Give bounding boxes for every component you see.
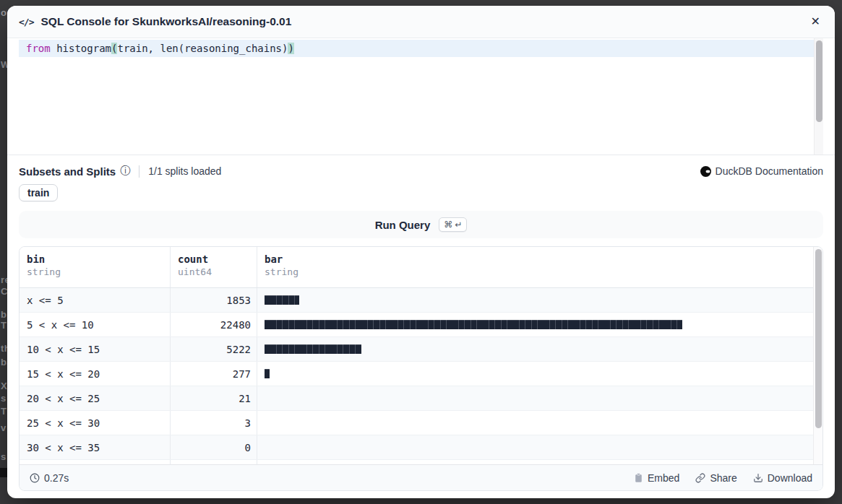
bar-cell xyxy=(257,435,822,459)
bin-cell: 5 < x <= 10 xyxy=(20,313,170,336)
table-row: 10 < x <= 15 5222 xyxy=(20,336,822,361)
table-scrollbar-thumb[interactable] xyxy=(815,249,822,428)
count-cell: 22480 xyxy=(170,313,257,336)
bin-cell: 25 < x <= 30 xyxy=(20,411,170,435)
footer-actions: Embed Share Download xyxy=(634,472,812,484)
editor-inner: from histogram(train, len(reasoning_chai… xyxy=(19,38,823,155)
results-footer: 0.27s Embed Share Download xyxy=(20,464,822,490)
cmd-key-icon: ⌘ xyxy=(444,220,452,230)
embed-button[interactable]: Embed xyxy=(634,472,679,484)
embed-label: Embed xyxy=(648,472,679,484)
clipboard-icon xyxy=(634,473,643,483)
histogram-bar xyxy=(265,369,270,378)
count-cell: 3 xyxy=(170,411,257,435)
count-cell: 277 xyxy=(170,362,257,386)
bin-cell: 10 < x <= 15 xyxy=(20,337,170,361)
share-button[interactable]: Share xyxy=(695,472,736,484)
run-query-button[interactable]: Run Query ⌘ ↵ xyxy=(19,211,823,238)
clock-icon xyxy=(30,473,40,483)
sql-args: train, len(reasoning_chains) xyxy=(117,43,288,54)
background-text-fragment: v xyxy=(1,422,7,433)
info-icon[interactable]: ⓘ xyxy=(120,165,130,178)
column-name: count xyxy=(178,253,257,265)
column-type: string xyxy=(265,266,822,277)
column-header-bin: bin string xyxy=(20,247,170,287)
modal-title: SQL Console for SkunkworksAI/reasoning-0… xyxy=(40,15,291,28)
share-label: Share xyxy=(710,472,736,484)
table-row: 5 < x <= 10 22480 xyxy=(20,312,822,336)
sql-function: histogram xyxy=(51,43,111,54)
splits-loaded-status: 1/1 splits loaded xyxy=(148,165,221,177)
column-name: bar xyxy=(265,253,822,265)
split-chip-train[interactable]: train xyxy=(19,184,58,201)
bin-cell: 20 < x <= 25 xyxy=(20,386,170,410)
query-duration: 0.27s xyxy=(30,472,69,484)
histogram-bar xyxy=(265,295,299,305)
count-cell: 21 xyxy=(170,386,257,410)
sql-keyword: from xyxy=(26,43,51,54)
query-duration-value: 0.27s xyxy=(44,472,69,484)
editor-scrollbar-thumb[interactable] xyxy=(816,40,822,122)
table-row: 20 < x <= 25 21 xyxy=(20,386,822,410)
splits-chips-row: train xyxy=(19,184,823,201)
bar-cell xyxy=(257,362,822,386)
close-icon[interactable]: ✕ xyxy=(808,13,823,30)
code-icon: </> xyxy=(19,17,33,27)
bar-cell xyxy=(257,337,822,361)
bar-cell xyxy=(257,411,822,435)
column-type: string xyxy=(27,266,170,277)
table-header-row: bin string count uint64 bar string xyxy=(20,247,822,288)
column-type: uint64 xyxy=(178,266,257,277)
divider xyxy=(139,165,139,178)
sql-code-line[interactable]: from histogram(train, len(reasoning_chai… xyxy=(19,40,815,57)
count-cell: 1853 xyxy=(170,288,257,312)
editor-scrollbar[interactable] xyxy=(814,38,823,155)
histogram-bar xyxy=(265,320,682,329)
run-query-label: Run Query xyxy=(375,219,431,231)
subsets-heading: Subsets and Splits xyxy=(19,165,116,178)
duckdb-logo-icon xyxy=(700,166,711,177)
results-table: bin string count uint64 bar string x <= … xyxy=(19,246,823,491)
download-button[interactable]: Download xyxy=(753,472,812,484)
bin-cell: 30 < x <= 35 xyxy=(20,435,170,459)
bin-cell: 15 < x <= 20 xyxy=(20,362,170,386)
table-row: 30 < x <= 35 0 xyxy=(20,435,822,459)
background-dark-strip xyxy=(0,468,7,477)
link-icon xyxy=(695,473,705,483)
sql-console-modal: </> SQL Console for SkunkworksAI/reasoni… xyxy=(7,6,835,498)
histogram-bar xyxy=(265,344,361,354)
table-body: x <= 5 1853 5 < x <= 10 22480 10 < x <= … xyxy=(20,288,822,484)
modal-header: </> SQL Console for SkunkworksAI/reasoni… xyxy=(7,6,835,38)
background-text-fragment: T xyxy=(1,406,7,417)
bin-cell: x <= 5 xyxy=(20,288,170,312)
sql-editor[interactable]: from histogram(train, len(reasoning_chai… xyxy=(7,38,835,155)
enter-key-icon: ↵ xyxy=(455,220,462,230)
count-cell: 0 xyxy=(170,435,257,459)
background-text-fragment: s xyxy=(1,393,7,404)
keyboard-shortcut-badge: ⌘ ↵ xyxy=(439,217,467,232)
table-row: 25 < x <= 30 3 xyxy=(20,410,822,435)
subsets-row: Subsets and Splits ⓘ 1/1 splits loaded D… xyxy=(19,165,823,178)
bar-cell xyxy=(257,386,822,410)
table-row: x <= 5 1853 xyxy=(20,288,822,312)
column-name: bin xyxy=(27,253,170,265)
duckdb-documentation-link[interactable]: DuckDB Documentation xyxy=(700,165,823,177)
background-text-fragment: b xyxy=(1,309,7,320)
table-row: 15 < x <= 20 277 xyxy=(20,361,822,386)
background-text-fragment: s xyxy=(1,451,7,462)
download-icon xyxy=(753,473,763,483)
column-header-bar: bar string xyxy=(257,247,822,287)
bar-cell xyxy=(257,288,822,312)
download-label: Download xyxy=(768,472,812,484)
count-cell: 5222 xyxy=(170,337,257,361)
sql-close-paren: ) xyxy=(288,43,293,54)
column-header-count: count uint64 xyxy=(170,247,257,287)
duckdb-documentation-label: DuckDB Documentation xyxy=(716,165,823,177)
bar-cell xyxy=(257,313,822,336)
table-scrollbar[interactable] xyxy=(813,247,822,490)
